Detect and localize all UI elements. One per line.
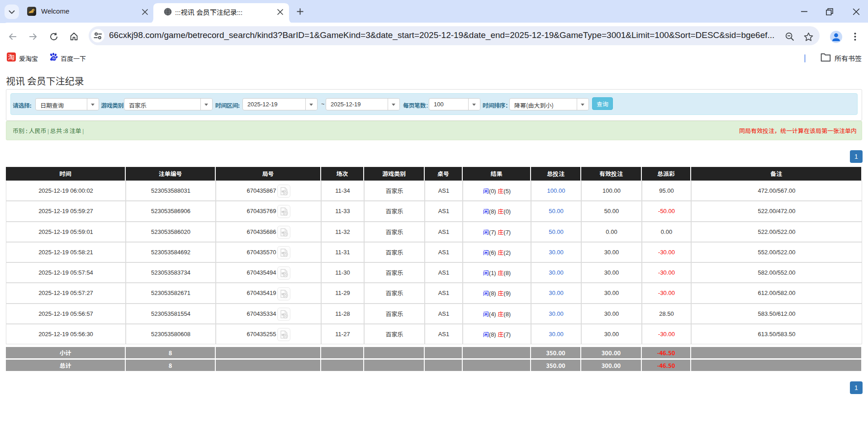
svg-text:du: du — [52, 57, 56, 60]
